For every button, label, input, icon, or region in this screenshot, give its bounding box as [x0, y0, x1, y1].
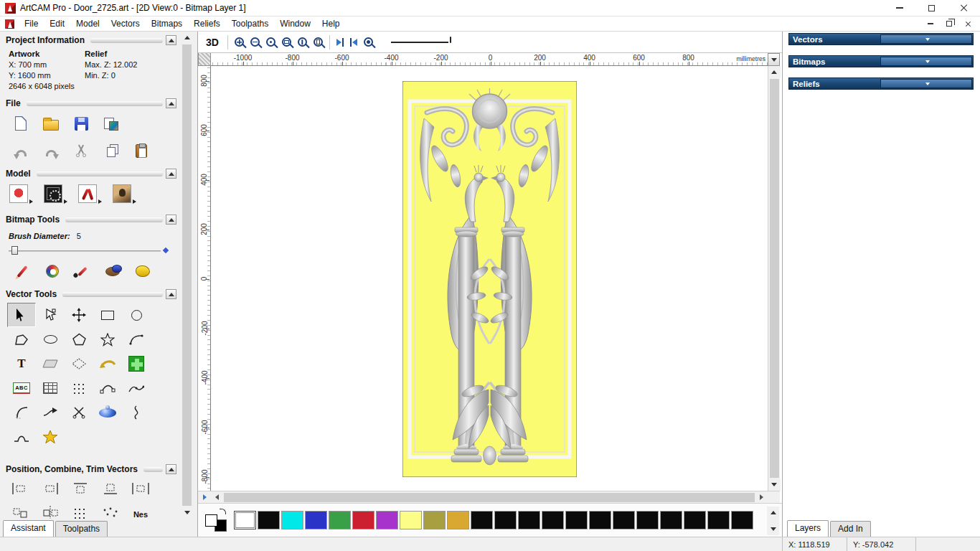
brush-diameter-slider[interactable]: [9, 247, 161, 252]
center-in-page-tool-icon[interactable]: [7, 504, 33, 519]
scrollbar-thumb[interactable]: [224, 493, 755, 502]
swap-colours-icon[interactable]: [220, 509, 226, 514]
menu-item[interactable]: Help: [316, 17, 346, 31]
colour-swatch[interactable]: [518, 511, 540, 529]
zoom-in-icon[interactable]: [235, 37, 244, 47]
paste-block-tool-icon[interactable]: [122, 352, 151, 376]
scroll-up-button[interactable]: [768, 66, 781, 78]
select-vectors-tool-icon[interactable]: [7, 303, 36, 327]
create-ellipse-tool-icon[interactable]: [36, 327, 65, 352]
expand-panel-button[interactable]: [880, 79, 973, 88]
zoom-out-icon[interactable]: [250, 37, 260, 47]
create-rectangle-tool-icon[interactable]: [93, 303, 122, 327]
collapse-section-button[interactable]: [166, 289, 176, 299]
scrollbar-thumb[interactable]: [770, 79, 779, 478]
colour-swatch[interactable]: [329, 511, 351, 529]
measure-tool-icon[interactable]: [36, 352, 65, 376]
colour-swatch[interactable]: [423, 511, 446, 529]
open-model-button[interactable]: [39, 112, 63, 135]
flood-fill-button[interactable]: [131, 260, 155, 283]
create-star-outline-tool-icon[interactable]: [93, 327, 122, 352]
panel-tab[interactable]: Toolpaths: [55, 521, 108, 537]
create-arc-tool-icon[interactable]: [122, 327, 151, 352]
scroll-up-button[interactable]: [181, 32, 193, 44]
cross-section-tool-icon[interactable]: [7, 425, 36, 449]
menu-item[interactable]: Vectors: [105, 17, 146, 31]
close-button[interactable]: [948, 0, 980, 17]
align-center-tool-icon[interactable]: [128, 478, 154, 499]
menu-item[interactable]: Model: [70, 17, 105, 31]
colour-swatch[interactable]: [471, 511, 493, 529]
create-filled-star-tool-icon[interactable]: [36, 425, 65, 449]
node-editing-tool-icon[interactable]: [36, 303, 65, 327]
colour-swatch[interactable]: [731, 511, 753, 529]
align-right-tool-icon[interactable]: [37, 478, 63, 499]
undo-button[interactable]: [9, 139, 33, 162]
zoom-100-icon[interactable]: [298, 37, 307, 47]
draw-button[interactable]: [70, 260, 95, 283]
greyscale-button[interactable]: [110, 182, 138, 205]
profile-curve-tool-icon[interactable]: [122, 400, 151, 425]
view-3d-button[interactable]: 3D: [204, 36, 221, 49]
spin-relief-tool-icon[interactable]: [93, 400, 122, 425]
align-left-tool-icon[interactable]: [7, 478, 33, 499]
scroll-left-button[interactable]: [211, 491, 223, 504]
colour-swatch[interactable]: [565, 511, 588, 529]
zoom-fit-icon[interactable]: [314, 37, 323, 47]
palette-scroll-down-button[interactable]: [767, 523, 779, 535]
block-copy-tool-icon[interactable]: [67, 504, 93, 519]
colour-swatch[interactable]: [636, 511, 659, 529]
collapse-section-button[interactable]: [166, 169, 176, 179]
palette-scroll-up-button[interactable]: [767, 507, 779, 519]
colour-swatch[interactable]: [589, 511, 611, 529]
offset-vectors-tool-icon[interactable]: [93, 352, 122, 376]
menu-item[interactable]: Reliefs: [188, 17, 226, 31]
colour-swatch[interactable]: [707, 511, 730, 529]
colour-swatch[interactable]: [447, 511, 469, 529]
primary-secondary-colours[interactable]: [204, 509, 228, 533]
create-text-tool-icon[interactable]: T: [7, 352, 36, 376]
mdi-minimize-button[interactable]: [921, 18, 940, 30]
panel-tab[interactable]: Assistant: [3, 520, 54, 537]
colour-swatch[interactable]: [613, 511, 635, 529]
snap-right-icon[interactable]: [350, 38, 357, 47]
menu-item[interactable]: Edit: [44, 17, 70, 31]
colour-swatch[interactable]: [281, 511, 303, 529]
canvas-hscrollbar[interactable]: [211, 491, 768, 503]
colour-swatch[interactable]: [258, 511, 280, 529]
fillet-arc-tool-icon[interactable]: [7, 400, 36, 425]
collapse-section-button[interactable]: [166, 35, 176, 45]
menu-item[interactable]: Window: [274, 17, 316, 31]
menu-item[interactable]: Bitmaps: [146, 17, 188, 31]
paste-button[interactable]: [129, 139, 154, 162]
minimize-button[interactable]: [883, 0, 915, 17]
trim-vectors-tool-icon[interactable]: [65, 400, 93, 425]
sculpt-button[interactable]: [76, 182, 103, 205]
maximize-button[interactable]: [915, 0, 948, 17]
menu-item[interactable]: Toolpaths: [226, 17, 274, 31]
scroll-right-button[interactable]: [755, 491, 768, 504]
panel-tab[interactable]: Layers: [787, 520, 829, 537]
zoom-previous-icon[interactable]: [266, 37, 275, 47]
slider-handle[interactable]: [11, 246, 18, 255]
new-model-button[interactable]: [9, 112, 33, 135]
panel-header[interactable]: Bitmaps: [788, 55, 974, 67]
colour-swatch[interactable]: [494, 511, 517, 529]
colour-swatch[interactable]: [352, 511, 374, 529]
bezier-curve-tool-icon[interactable]: [93, 376, 122, 400]
create-polygon-tool-icon[interactable]: [65, 327, 93, 352]
panel-header[interactable]: Vectors: [788, 33, 974, 45]
canvas-vscrollbar[interactable]: [768, 66, 780, 491]
scroll-down-button[interactable]: [181, 507, 193, 519]
create-polyline-tool-icon[interactable]: [7, 327, 36, 352]
collapse-section-button[interactable]: [166, 98, 176, 108]
snap-left-icon[interactable]: [336, 38, 344, 47]
wrap-text-tool-icon[interactable]: ABC: [7, 376, 36, 400]
colour-swatch[interactable]: [660, 511, 682, 529]
transform-vectors-tool-icon[interactable]: [65, 303, 93, 327]
smooth-relief-button[interactable]: [42, 182, 69, 205]
palette-scrollbar[interactable]: [767, 507, 779, 535]
collapse-section-button[interactable]: [166, 215, 176, 225]
nesting-tool-icon[interactable]: Nes: [128, 504, 154, 519]
collapse-section-button[interactable]: [166, 464, 176, 474]
